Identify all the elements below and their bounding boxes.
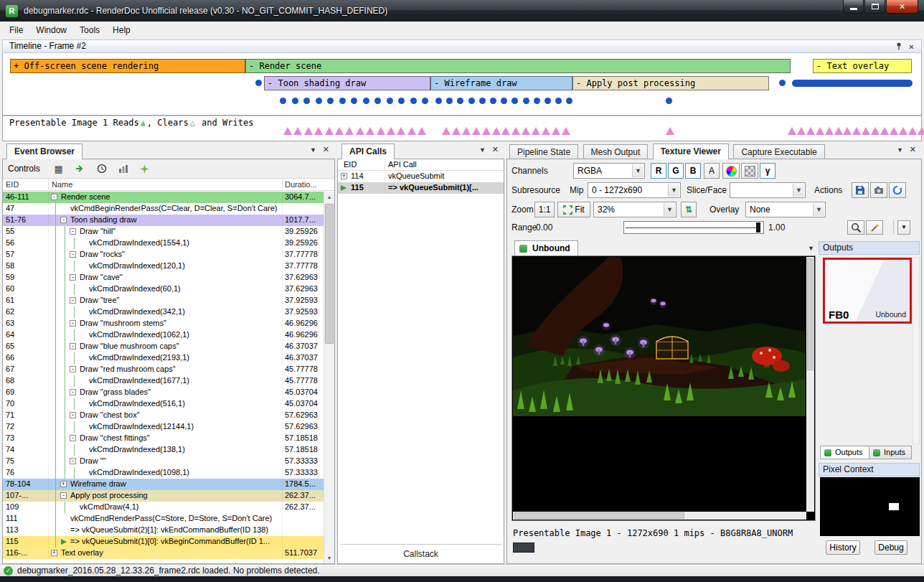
- channel-b-button[interactable]: B: [685, 163, 701, 179]
- menu-item-help[interactable]: Help: [106, 23, 137, 37]
- tab-pipeline-state[interactable]: Pipeline State: [509, 144, 578, 159]
- tab-capture-executable[interactable]: Capture Executable: [733, 144, 824, 159]
- tree-collapse-icon[interactable]: -: [70, 320, 76, 327]
- maximize-button[interactable]: [864, 0, 885, 14]
- tree-collapse-icon[interactable]: -: [70, 435, 76, 441]
- api-call-row[interactable]: 115=> vkQueueSubmit(1)[...: [338, 182, 504, 194]
- timeline-marker-bar[interactable]: - Text overlay: [813, 59, 912, 73]
- event-row[interactable]: 116-...+Text overlay511.7037: [3, 548, 324, 559]
- tab-mesh-output[interactable]: Mesh Output: [583, 144, 649, 159]
- column-duration[interactable]: Duratio...: [283, 179, 334, 190]
- write-marker-triangle[interactable]: [862, 127, 870, 135]
- texture-list-chevron-icon[interactable]: ▼: [808, 245, 814, 252]
- menu-item-file[interactable]: File: [3, 23, 29, 37]
- write-marker-triangle[interactable]: [283, 127, 292, 135]
- draw-dot[interactable]: [479, 98, 486, 104]
- write-marker-triangle[interactable]: [387, 127, 395, 135]
- write-marker-triangle[interactable]: [356, 127, 364, 135]
- draw-dot[interactable]: [534, 98, 540, 104]
- overlay-dropdown[interactable]: None▼: [745, 202, 826, 217]
- draw-dot[interactable]: [779, 80, 786, 86]
- background-pattern-button[interactable]: [741, 163, 758, 179]
- toolbar-overflow-button[interactable]: ▼: [897, 220, 910, 235]
- write-marker-triangle[interactable]: [522, 127, 530, 135]
- draw-dot[interactable]: [410, 98, 417, 104]
- event-row[interactable]: 74vkCmdDrawIndexed(138,1)57.18518: [3, 444, 324, 456]
- mip-dropdown[interactable]: 0 - 1272x690▼: [588, 182, 681, 198]
- title-bar[interactable]: R debugmarker.rdc - RenderDoc Unofficial…: [0, 0, 924, 22]
- write-marker-triangle[interactable]: [418, 127, 426, 135]
- flip-y-button[interactable]: ⇅: [681, 202, 697, 217]
- draw-dot[interactable]: [512, 98, 518, 104]
- menu-item-window[interactable]: Window: [29, 23, 73, 37]
- panel-menu-icon[interactable]: ▼: [897, 147, 903, 154]
- write-marker-triangle[interactable]: [666, 127, 674, 135]
- tree-expand-icon[interactable]: +: [60, 481, 67, 487]
- write-marker-triangle[interactable]: [472, 127, 481, 135]
- event-row[interactable]: 69-Draw "grass blades"45.03704: [3, 387, 324, 398]
- draw-dot[interactable]: [501, 98, 507, 104]
- event-row[interactable]: 61-Draw "tree"37.92593: [3, 295, 324, 306]
- panel-menu-icon[interactable]: ▼: [479, 147, 486, 154]
- timeline-marker-bar[interactable]: - Apply post processing: [572, 76, 769, 90]
- draw-dot[interactable]: [363, 98, 369, 104]
- draw-dot[interactable]: [446, 98, 453, 104]
- tree-collapse-icon[interactable]: -: [60, 217, 67, 223]
- fit-button[interactable]: Fit: [557, 202, 590, 217]
- write-marker-triangle[interactable]: [542, 127, 550, 135]
- close-icon[interactable]: ✕: [906, 42, 917, 52]
- event-row[interactable]: 70vkCmdDrawIndexed(516,1)45.03704: [3, 398, 324, 410]
- close-icon[interactable]: ✕: [323, 146, 329, 154]
- tree-collapse-icon[interactable]: -: [70, 228, 76, 235]
- scrollbar-thumb[interactable]: [514, 512, 684, 519]
- event-row[interactable]: 115=> vkQueueSubmit(1)[0]: vkBeginComman…: [3, 536, 324, 548]
- scroll-up-icon[interactable]: ▲: [324, 192, 334, 202]
- write-marker-triangle[interactable]: [335, 127, 344, 135]
- timeline-header[interactable]: Timeline - Frame #2 ✕: [2, 39, 922, 53]
- channel-a-button[interactable]: A: [704, 163, 720, 179]
- write-marker-triangle[interactable]: [899, 127, 908, 135]
- tab-outputs[interactable]: Outputs: [820, 446, 869, 459]
- close-icon[interactable]: ✕: [492, 146, 499, 154]
- write-marker-triangle[interactable]: [918, 127, 924, 135]
- write-marker-triangle[interactable]: [293, 127, 302, 135]
- write-marker-triangle[interactable]: [816, 127, 824, 135]
- event-row[interactable]: 66vkCmdDrawIndexed(2193,1)46.37037: [3, 352, 324, 364]
- write-marker-triangle[interactable]: [314, 127, 323, 135]
- event-row[interactable]: 47vkCmdBeginRenderPass(C=Clear, D=Clear,…: [3, 203, 324, 215]
- write-marker-triangle[interactable]: [397, 127, 405, 135]
- channel-g-button[interactable]: G: [668, 163, 684, 179]
- panel-menu-icon[interactable]: ▼: [310, 147, 316, 154]
- tab-texture-viewer[interactable]: Texture Viewer: [653, 144, 729, 159]
- event-row[interactable]: 60vkCmdDrawIndexed(60,1)37.62963: [3, 283, 324, 295]
- write-marker-triangle[interactable]: [345, 127, 354, 135]
- pin-icon[interactable]: [893, 42, 904, 52]
- write-marker-triangle[interactable]: [325, 127, 334, 135]
- tree-collapse-icon[interactable]: -: [70, 297, 76, 304]
- tab-api-calls[interactable]: API Calls: [341, 144, 395, 159]
- zoom-range-button[interactable]: [847, 220, 864, 235]
- goto-eid-icon[interactable]: [73, 161, 88, 176]
- slice-face-dropdown[interactable]: ▼: [730, 182, 806, 198]
- write-marker-triangle[interactable]: [304, 127, 313, 135]
- write-marker-triangle[interactable]: [407, 127, 416, 135]
- column-eid[interactable]: EID: [3, 179, 49, 190]
- write-marker-triangle[interactable]: [852, 127, 861, 135]
- event-row[interactable]: 57-Draw "rocks"37.77778: [3, 249, 324, 261]
- event-row[interactable]: 59-Draw "cave"37.62963: [3, 272, 324, 283]
- tree-collapse-icon[interactable]: -: [70, 274, 76, 281]
- draw-dot[interactable]: [457, 98, 463, 104]
- usage-bar[interactable]: [792, 80, 913, 87]
- write-marker-triangle[interactable]: [806, 127, 815, 135]
- draw-dot[interactable]: [544, 98, 551, 104]
- bookmark-icon[interactable]: [138, 161, 152, 176]
- timeline-marker-bar[interactable]: - Toon shading draw: [264, 76, 430, 90]
- save-button[interactable]: [852, 182, 869, 198]
- write-marker-triangle[interactable]: [825, 127, 834, 135]
- close-button[interactable]: ×: [886, 0, 918, 14]
- write-marker-triangle[interactable]: [482, 127, 491, 135]
- draw-dot[interactable]: [316, 98, 322, 104]
- event-row[interactable]: 109vkCmdDraw(4,1)262.37...: [3, 502, 324, 513]
- tab-event-browser[interactable]: Event Browser: [6, 144, 82, 159]
- event-row[interactable]: 67-Draw "red mushroom caps"45.77778: [3, 364, 324, 375]
